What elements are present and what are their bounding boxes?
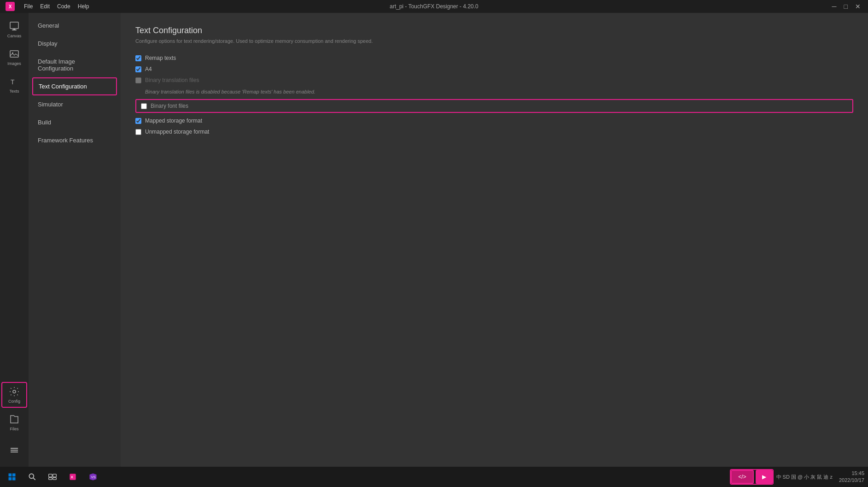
nav-general[interactable]: General bbox=[29, 17, 121, 35]
run-btn-label: ▶ bbox=[762, 474, 766, 480]
binary-font-checkbox[interactable] bbox=[141, 103, 147, 109]
mapped-storage-checkbox[interactable] bbox=[135, 118, 141, 124]
clock-time: 15:45 bbox=[839, 470, 864, 477]
files-label: Files bbox=[10, 427, 18, 431]
svg-text:VS: VS bbox=[91, 475, 96, 479]
nav-text-configuration[interactable]: Text Configuration bbox=[32, 77, 117, 95]
options-group: Remap texts A4 Binary translation files … bbox=[135, 55, 853, 135]
option-a4: A4 bbox=[135, 66, 853, 72]
icon-sidebar-top: Canvas Images T Texts bbox=[1, 17, 27, 98]
touchgfx-icon: X bbox=[68, 472, 77, 481]
option-binary-translation: Binary translation files bbox=[135, 77, 853, 83]
binary-font-label[interactable]: Binary font files bbox=[151, 103, 188, 109]
taskbar-clock: 15:45 2022/10/17 bbox=[839, 470, 864, 484]
svg-rect-13 bbox=[12, 477, 16, 481]
files-icon bbox=[9, 414, 20, 425]
main-layout: Canvas Images T Texts bbox=[0, 13, 868, 467]
menu-edit[interactable]: Edit bbox=[40, 3, 50, 10]
sidebar-icon-hamburger[interactable] bbox=[1, 437, 27, 463]
svg-rect-10 bbox=[9, 474, 12, 477]
svg-rect-19 bbox=[53, 478, 57, 480]
clock-date: 2022/10/17 bbox=[839, 477, 864, 484]
svg-text:X: X bbox=[71, 475, 73, 479]
taskbar-task-view[interactable] bbox=[44, 469, 61, 485]
svg-rect-1 bbox=[12, 29, 17, 30]
binary-translation-label: Binary translation files bbox=[145, 77, 199, 83]
option-remap-texts: Remap texts bbox=[135, 55, 853, 61]
remap-texts-label[interactable]: Remap texts bbox=[145, 55, 176, 61]
sys-text: 中 SD 国 @ 小 灰 鼠 迪 z bbox=[776, 474, 833, 481]
code-button[interactable]: </> bbox=[731, 470, 753, 484]
svg-rect-7 bbox=[11, 448, 18, 449]
binary-translation-checkbox[interactable] bbox=[135, 77, 141, 83]
taskbar: X VS </> ▶ 中 SD 国 @ 小 灰 鼠 迪 z 15:45 2022… bbox=[0, 467, 868, 487]
icon-sidebar-bottom: Config Files bbox=[1, 382, 27, 463]
sidebar-icon-config[interactable]: Config bbox=[1, 382, 27, 408]
sidebar-icon-files[interactable]: Files bbox=[1, 410, 27, 435]
mapped-storage-label[interactable]: Mapped storage format bbox=[145, 117, 202, 124]
windows-icon bbox=[7, 472, 17, 481]
nav-sidebar: General Display Default Image Configurat… bbox=[29, 13, 121, 467]
maximize-button[interactable]: □ bbox=[842, 3, 850, 10]
option-mapped-storage: Mapped storage format bbox=[135, 117, 853, 124]
taskbar-search[interactable] bbox=[24, 469, 41, 485]
svg-rect-9 bbox=[11, 452, 18, 452]
nav-framework-features[interactable]: Framework Features bbox=[29, 131, 121, 149]
svg-rect-18 bbox=[49, 478, 52, 480]
taskbar-touchgfx[interactable]: X bbox=[64, 469, 81, 485]
title-bar-menu: File Edit Code Help bbox=[24, 3, 89, 10]
svg-rect-12 bbox=[9, 477, 12, 481]
window-title: art_pi - TouchGFX Designer - 4.20.0 bbox=[390, 3, 478, 10]
close-button[interactable]: ✕ bbox=[853, 3, 862, 10]
search-icon bbox=[28, 472, 37, 481]
binary-translation-warning: Binary translation files is disabled bec… bbox=[145, 89, 853, 94]
taskbar-left: X VS bbox=[4, 469, 101, 485]
svg-rect-16 bbox=[49, 474, 52, 477]
start-button[interactable] bbox=[4, 469, 20, 485]
sys-icons: 中 SD 国 @ 小 灰 鼠 迪 z bbox=[776, 474, 833, 481]
nav-default-image-configuration[interactable]: Default Image Configuration bbox=[29, 53, 121, 77]
texts-icon: T bbox=[9, 76, 20, 87]
sidebar-icon-canvas[interactable]: Canvas bbox=[1, 17, 27, 42]
svg-rect-3 bbox=[10, 51, 18, 57]
config-icon bbox=[9, 386, 20, 397]
unmapped-storage-label[interactable]: Unmapped storage format bbox=[145, 129, 209, 135]
svg-rect-8 bbox=[11, 450, 18, 451]
title-bar: X File Edit Code Help art_pi - TouchGFX … bbox=[0, 0, 868, 13]
content-area: Text Configuration Configure options for… bbox=[121, 13, 868, 467]
svg-line-15 bbox=[33, 478, 35, 480]
code-btn-label: </> bbox=[738, 474, 746, 480]
nav-build[interactable]: Build bbox=[29, 113, 121, 131]
a4-label[interactable]: A4 bbox=[145, 66, 152, 72]
svg-rect-11 bbox=[12, 474, 16, 477]
sidebar-icon-images[interactable]: Images bbox=[1, 44, 27, 70]
config-label: Config bbox=[8, 399, 20, 404]
page-title: Text Configuration bbox=[135, 26, 853, 35]
taskbar-vs[interactable]: VS bbox=[85, 469, 101, 485]
svg-point-14 bbox=[29, 474, 34, 478]
menu-help[interactable]: Help bbox=[78, 3, 89, 10]
svg-rect-0 bbox=[10, 22, 18, 29]
nav-display[interactable]: Display bbox=[29, 35, 121, 53]
run-button[interactable]: ▶ bbox=[756, 470, 773, 484]
images-label: Images bbox=[7, 61, 21, 66]
menu-code[interactable]: Code bbox=[57, 3, 70, 10]
option-binary-font-files: Binary font files bbox=[135, 99, 853, 113]
title-bar-left: X File Edit Code Help bbox=[6, 2, 89, 11]
menu-file[interactable]: File bbox=[24, 3, 33, 10]
images-icon bbox=[9, 48, 20, 59]
canvas-icon bbox=[9, 21, 20, 32]
hamburger-icon bbox=[9, 445, 20, 456]
svg-point-6 bbox=[13, 390, 16, 393]
svg-text:T: T bbox=[11, 78, 15, 86]
taskbar-right: </> ▶ 中 SD 国 @ 小 灰 鼠 迪 z 15:45 2022/10/1… bbox=[730, 469, 864, 485]
minimize-button[interactable]: ─ bbox=[830, 3, 839, 10]
icon-sidebar: Canvas Images T Texts bbox=[0, 13, 29, 467]
a4-checkbox[interactable] bbox=[135, 66, 141, 72]
remap-texts-checkbox[interactable] bbox=[135, 55, 141, 61]
page-subtitle: Configure options for text rendering/sto… bbox=[135, 38, 853, 44]
nav-simulator[interactable]: Simulator bbox=[29, 95, 121, 113]
svg-rect-17 bbox=[53, 474, 57, 477]
unmapped-storage-checkbox[interactable] bbox=[135, 129, 141, 135]
sidebar-icon-texts[interactable]: T Texts bbox=[1, 72, 27, 98]
